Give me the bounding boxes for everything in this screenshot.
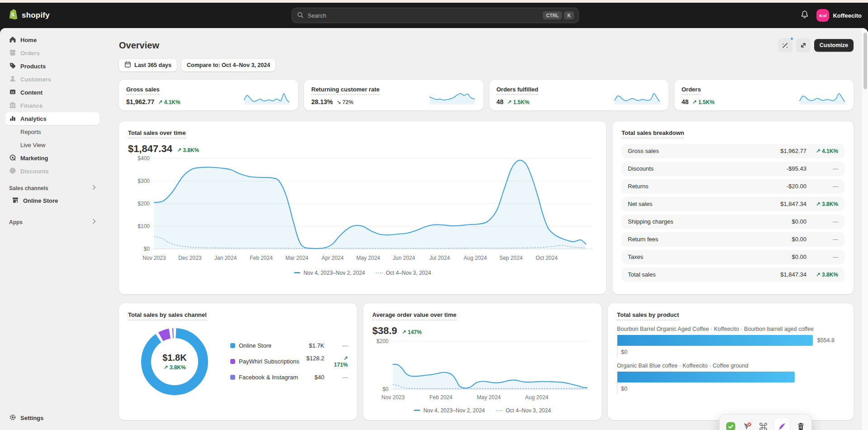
scrollbar-thumb[interactable] <box>863 33 867 89</box>
sidebar-item-live-view[interactable]: Live View <box>5 139 100 151</box>
card-title[interactable]: Total sales by sales channel <box>128 312 207 320</box>
metric-value: 48 <box>682 98 689 105</box>
metric-title[interactable]: Orders fulfilled <box>497 86 538 95</box>
total-sales-line-chart: $400$300$200$100$0Nov 2023Dec 2023Jan 20… <box>128 155 597 264</box>
legend-solid-swatch <box>414 410 420 411</box>
sidebar-item-customers[interactable]: Customers <box>5 73 100 86</box>
clover-app-icon[interactable] <box>758 421 769 430</box>
shopify-wordmark: shopify <box>22 11 50 20</box>
metric-cards-row: Gross sales $1,962.77↗ 4.1K% Returning c… <box>119 80 854 110</box>
sidebar-item-reports[interactable]: Reports <box>5 125 100 138</box>
sales-channels-section-header[interactable]: Sales channels <box>5 185 100 191</box>
channel-legend-item[interactable]: Facebook & Instagram$40— <box>230 374 348 381</box>
metric-card-orders[interactable]: Orders 48↗ 1.5K% <box>674 80 854 110</box>
svg-text:$400: $400 <box>138 155 150 162</box>
metric-delta: ↗ 1.5K% <box>692 99 714 105</box>
metric-card-orders-fulfilled[interactable]: Orders fulfilled 48↗ 1.5K% <box>489 80 669 110</box>
breakdown-row[interactable]: Total sales$1,847.34↗ 3.8K% <box>621 268 844 282</box>
sidebar-item-online-store[interactable]: Online Store <box>5 194 100 207</box>
magic-assistant-button[interactable] <box>778 38 792 53</box>
sidebar-item-home[interactable]: Home <box>5 33 100 46</box>
breakdown-row[interactable]: Taxes$0.00— <box>621 250 844 264</box>
system-tray-popup <box>719 414 812 430</box>
topbar: S shopify Search CTRL K Kof Koffeecito <box>0 3 868 28</box>
average-order-value-card: Average order value over time $38.9↗ 147… <box>363 303 602 420</box>
metric-title[interactable]: Orders <box>682 86 701 95</box>
sidebar-item-orders[interactable]: Orders <box>5 47 100 59</box>
svg-text:May 2024: May 2024 <box>477 394 501 401</box>
antivirus-check-icon[interactable] <box>725 421 736 430</box>
breakdown-row[interactable]: Net sales$1,847.34↗ 3.8K% <box>621 197 844 211</box>
breakdown-row[interactable]: Gross sales$1,962.77↗ 4.1K% <box>621 144 844 158</box>
apps-section-header[interactable]: Apps <box>5 219 100 225</box>
product-bar[interactable] <box>617 372 795 382</box>
sidebar-item-marketing[interactable]: Marketing <box>5 152 100 164</box>
gear-icon <box>9 414 16 422</box>
chevron-right-icon <box>92 219 96 225</box>
card-title[interactable]: Total sales over time <box>128 130 186 139</box>
svg-text:Aug 2024: Aug 2024 <box>464 255 487 261</box>
customize-button[interactable]: Customize <box>814 39 854 52</box>
card-title[interactable]: Total sales by product <box>617 312 679 320</box>
total-sales-delta: ↗ 3.8K% <box>177 147 199 153</box>
donut-delta: ↗ 3.8K% <box>163 364 185 371</box>
shopify-logo[interactable]: S shopify <box>8 9 50 22</box>
discount-icon <box>9 167 16 176</box>
metric-title[interactable]: Returning customer rate <box>311 86 379 95</box>
product-bar[interactable] <box>617 335 813 346</box>
breakdown-row[interactable]: Return fees$0.00— <box>621 232 844 247</box>
svg-text:Mar 2024: Mar 2024 <box>285 255 308 261</box>
search-icon <box>297 11 304 20</box>
search-input[interactable]: Search CTRL K <box>292 8 579 23</box>
breakdown-row[interactable]: Discounts-$95.43— <box>621 162 844 176</box>
svg-text:Sep 2024: Sep 2024 <box>499 255 523 261</box>
legend-solid-swatch <box>294 272 300 273</box>
date-range-button[interactable]: Last 365 days <box>119 59 177 72</box>
notification-dot <box>790 37 794 41</box>
legend-swatch <box>230 359 235 364</box>
sidebar-item-settings[interactable]: Settings <box>5 411 100 424</box>
user-name[interactable]: Koffeecito <box>833 12 862 19</box>
svg-text:$300: $300 <box>138 178 150 184</box>
storefront-icon <box>12 196 19 205</box>
metric-card-returning-customer-rate[interactable]: Returning customer rate 28.13%↘ 72% <box>304 80 483 110</box>
user-avatar[interactable]: Kof <box>816 9 829 22</box>
feather-pen-icon[interactable] <box>774 419 790 430</box>
content-icon <box>9 88 16 97</box>
sidebar-item-products[interactable]: Products <box>5 60 100 72</box>
svg-text:Apr 2024: Apr 2024 <box>322 255 344 261</box>
sparkline-chart <box>614 90 661 106</box>
main-content: Overview Customize Last 365 days <box>105 28 868 430</box>
sales-by-product-card: Total sales by product Bourbon Barrel Or… <box>608 303 854 420</box>
sidebar-item-content[interactable]: Content <box>5 86 100 99</box>
chart-legend: Nov 4, 2023–Nov 2, 2024 Oct 4–Nov 3, 202… <box>372 407 593 414</box>
svg-text:Nov 2023: Nov 2023 <box>381 394 405 401</box>
fullscreen-button[interactable] <box>796 38 811 53</box>
svg-text:$200: $200 <box>376 338 389 344</box>
app-surface: Home Orders Products Customers Content F… <box>0 28 868 430</box>
sidebar-item-analytics[interactable]: Analytics <box>5 112 100 125</box>
breakdown-row[interactable]: Shipping charges$0.00— <box>621 215 844 229</box>
svg-text:Feb 2024: Feb 2024 <box>429 394 452 401</box>
metric-card-gross-sales[interactable]: Gross sales $1,962.77↗ 4.1K% <box>119 80 298 110</box>
channel-legend-item[interactable]: Online Store$1.7K— <box>230 342 348 349</box>
svg-text:Dec 2023: Dec 2023 <box>178 255 202 261</box>
legend-dotted-swatch <box>376 272 383 273</box>
sidebar-item-finance[interactable]: Finance <box>5 99 100 112</box>
channel-legend-item[interactable]: PayWhirl Subscriptions$128.2↗ 171% <box>230 355 348 368</box>
legend-swatch <box>230 343 235 348</box>
notifications-bell-icon[interactable] <box>800 10 809 21</box>
trash-icon[interactable] <box>795 421 806 430</box>
card-title[interactable]: Total sales breakdown <box>621 130 684 139</box>
bar-chart-icon <box>9 115 16 123</box>
scrollbar-track[interactable] <box>862 28 868 430</box>
metric-title[interactable]: Gross sales <box>126 86 160 95</box>
chevron-right-icon <box>92 185 96 191</box>
card-title[interactable]: Average order value over time <box>372 312 456 320</box>
cursor-blocked-icon[interactable] <box>741 421 752 430</box>
sidebar-item-discounts[interactable]: Discounts <box>5 165 100 177</box>
breakdown-row[interactable]: Returns-$20.00— <box>621 179 844 194</box>
channel-legend: Online Store$1.7K— PayWhirl Subscription… <box>230 323 348 400</box>
aov-delta: ↗ 147% <box>402 329 422 335</box>
compare-to-button[interactable]: Compare to: Oct 4–Nov 3, 2024 <box>181 59 275 72</box>
